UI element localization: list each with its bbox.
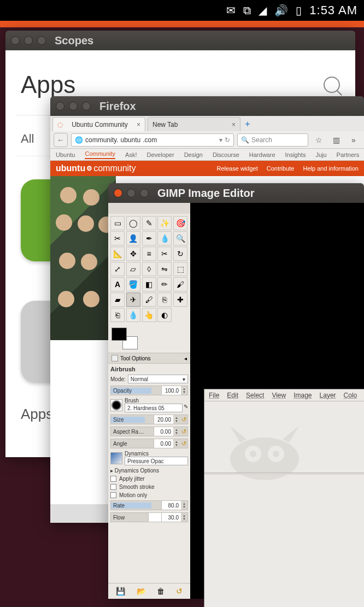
browser-tab[interactable]: ◌ Ubuntu Community × (52, 117, 145, 131)
search-icon[interactable] (324, 77, 340, 93)
bookmark-item[interactable]: Juju (315, 151, 326, 158)
delete-preset-icon[interactable]: 🗑 (157, 587, 165, 596)
tool-by-color[interactable]: 🎯 (173, 216, 187, 230)
minimize-button[interactable] (24, 36, 33, 45)
slider-value[interactable]: 20.00 (154, 415, 173, 424)
minimize-button[interactable] (127, 189, 136, 197)
close-tab-icon[interactable]: × (232, 121, 236, 129)
color-swatches[interactable] (108, 324, 190, 353)
reset-preset-icon[interactable]: ↺ (176, 587, 183, 596)
tool-eraser[interactable]: ▰ (110, 293, 125, 307)
slider-value[interactable]: 0.00 (154, 427, 173, 436)
stepper-icon[interactable]: ▲▼ (181, 514, 187, 521)
bookmark-item[interactable]: Developer (147, 151, 174, 158)
apps-tab-all[interactable]: All (21, 132, 34, 146)
bookmark-item[interactable]: Design (184, 151, 203, 158)
tool-smudge[interactable]: 👆 (142, 308, 156, 322)
tool-shear[interactable]: ▱ (126, 262, 140, 276)
brush-name[interactable]: 2. Hardness 05 (125, 404, 183, 412)
tool-paths[interactable]: ✒ (142, 231, 156, 246)
fg-color-swatch[interactable] (111, 328, 127, 341)
slider-value[interactable]: 80.0 (161, 501, 181, 510)
tool-perspective[interactable]: ◊ (142, 262, 156, 276)
smooth-stroke-check[interactable]: Smooth stroke (110, 484, 188, 490)
tool-color-picker[interactable]: 💧 (157, 231, 172, 246)
toolbox-drag-handle[interactable] (108, 203, 190, 214)
menu-view[interactable]: View (272, 392, 286, 399)
close-button[interactable] (56, 102, 64, 110)
size-slider[interactable]: Size 20.00 ▲▼ ↺ (110, 415, 188, 424)
tool-move[interactable]: ✥ (126, 247, 140, 261)
bookmark-item[interactable]: Discourse (213, 151, 239, 158)
slider-value[interactable]: 0.00 (154, 439, 173, 448)
close-button[interactable] (114, 189, 122, 197)
flow-slider[interactable]: Flow 30.0 ▲▼ (110, 512, 188, 522)
menu-colors[interactable]: Colo (344, 392, 357, 399)
tool-free-select[interactable]: ✎ (142, 216, 156, 230)
site-nav-link[interactable]: Contribute (267, 165, 295, 172)
maximize-button[interactable] (37, 36, 46, 45)
stepper-icon[interactable]: ▲▼ (181, 387, 187, 394)
tool-bucket[interactable]: 🪣 (126, 277, 140, 291)
stepper-icon[interactable]: ▲▼ (173, 416, 180, 423)
bookmark-item[interactable]: Community (85, 150, 115, 159)
menu-layer[interactable]: Layer (320, 392, 336, 399)
url-bar[interactable]: 🌐 community.ubuntu.com ▾ ↻ (71, 133, 234, 147)
site-nav-link[interactable]: Release widget (217, 165, 258, 172)
apply-jitter-check[interactable]: Apply jitter (110, 476, 188, 482)
site-nav-link[interactable]: Help and information (303, 165, 359, 172)
bookmark-item[interactable]: Ubuntu (56, 151, 75, 158)
library-icon[interactable]: ▥ (329, 133, 343, 147)
stepper-icon[interactable]: ▲▼ (181, 502, 187, 509)
tool-text[interactable]: A (110, 277, 125, 291)
motion-only-check[interactable]: Motion only (110, 492, 188, 498)
menu-select[interactable]: Select (246, 392, 264, 399)
tool-zoom[interactable]: 🔍 (173, 231, 187, 246)
dynamics-options-expander[interactable]: ▸ Dynamics Options (110, 468, 188, 474)
tool-airbrush[interactable]: ✈ (126, 293, 140, 307)
tool-fuzzy-select[interactable]: ✨ (157, 216, 172, 230)
new-tab-button[interactable]: + (243, 117, 253, 131)
overflow-icon[interactable]: » (347, 133, 361, 147)
angle-slider[interactable]: Angle 0.00 ▲▼ ↺ (110, 439, 188, 448)
stepper-icon[interactable]: ▲▼ (173, 428, 180, 435)
dropdown-icon[interactable]: ▾ (219, 136, 222, 144)
menu-file[interactable]: File (209, 392, 219, 399)
menu-edit[interactable]: Edit (227, 392, 238, 399)
reset-icon[interactable]: ↺ (180, 428, 187, 435)
scopes-titlebar[interactable]: Scopes (5, 31, 355, 50)
save-preset-icon[interactable]: 💾 (116, 587, 125, 596)
tool-crop[interactable]: ✂ (157, 247, 172, 261)
minimize-button[interactable] (69, 102, 78, 110)
tool-paintbrush[interactable]: 🖌 (173, 277, 187, 291)
bookmark-item[interactable]: Hardware (249, 151, 275, 158)
bookmark-item[interactable]: Ask! (125, 151, 137, 158)
tool-scissors[interactable]: ✂ (110, 231, 125, 246)
tool-dodge[interactable]: ◐ (157, 308, 172, 322)
bookmark-item[interactable]: Insights (285, 151, 306, 158)
close-button[interactable] (11, 36, 20, 45)
restore-preset-icon[interactable]: 📂 (137, 587, 146, 596)
tab-menu-icon[interactable]: ◂ (184, 355, 187, 361)
maximize-button[interactable] (82, 102, 91, 110)
dynamics-value[interactable]: Pressure Opac (125, 457, 188, 465)
tool-clone[interactable]: ⎘ (157, 293, 172, 307)
back-button[interactable]: ← (54, 133, 68, 147)
menu-image[interactable]: Image (293, 392, 312, 399)
search-box[interactable]: 🔍 Search (237, 133, 308, 147)
star-icon[interactable]: ☆ (312, 133, 326, 147)
slider-value[interactable]: 100.0 (161, 386, 181, 395)
close-tab-icon[interactable]: × (137, 121, 140, 129)
aspect-slider[interactable]: Aspect Ra… 0.00 ▲▼ ↺ (110, 427, 188, 436)
tool-perspective-clone[interactable]: ⎗ (110, 308, 125, 322)
opacity-slider[interactable]: Opacity 100.0 ▲▼ (110, 386, 188, 395)
edit-brush-icon[interactable]: ✎ (184, 404, 188, 412)
reset-icon[interactable]: ↺ (180, 440, 187, 447)
tool-heal[interactable]: ✚ (173, 293, 187, 307)
reload-icon[interactable]: ↻ (225, 136, 230, 144)
bookmark-item[interactable]: Partners (337, 151, 360, 158)
tool-cage[interactable]: ⬚ (173, 262, 187, 276)
dynamics-preview[interactable] (110, 452, 122, 464)
brush-preview[interactable] (110, 399, 122, 411)
tool-flip[interactable]: ⇋ (157, 262, 172, 276)
